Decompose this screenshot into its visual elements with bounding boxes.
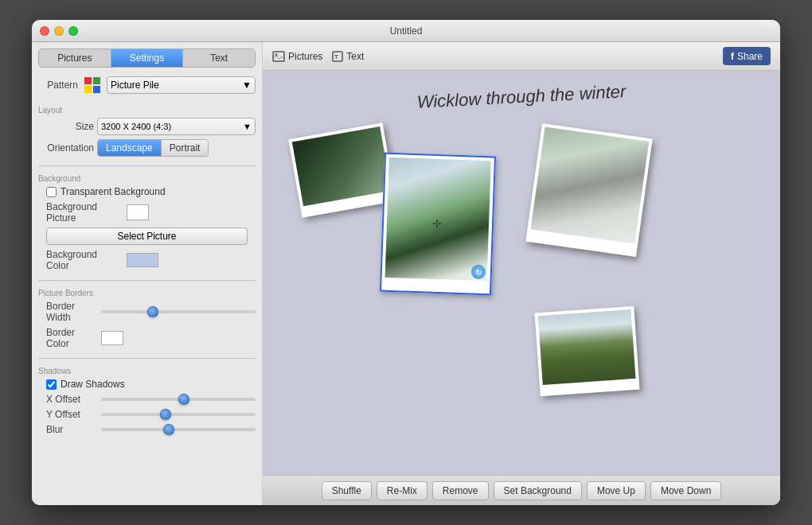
photo-4[interactable] <box>534 306 639 396</box>
bg-picture-swatch[interactable] <box>127 204 149 220</box>
size-select[interactable]: 3200 X 2400 (4:3) ▼ <box>97 118 256 135</box>
border-color-row: Border Color <box>38 327 256 349</box>
photo-1-img <box>292 126 392 206</box>
traffic-lights <box>40 26 78 36</box>
tab-bar: Pictures Settings Text <box>38 49 256 68</box>
picture-borders-header: Picture Borders <box>38 289 256 298</box>
photo-2[interactable]: ↻ ✛ <box>380 153 496 296</box>
orientation-label: Orientation <box>38 142 94 154</box>
x-offset-row: X Offset <box>38 394 256 405</box>
main-window: Untitled Pictures Settings Text Pattern <box>32 20 780 505</box>
shadows-header: Shadows <box>38 367 256 375</box>
remix-button[interactable]: Re-Mix <box>377 481 427 500</box>
bg-color-row: Background Color <box>38 249 256 271</box>
select-picture-button[interactable]: Select Picture <box>46 228 248 245</box>
titlebar: Untitled <box>32 20 780 42</box>
orientation-landscape[interactable]: Landscape <box>98 140 162 156</box>
text-icon: T <box>332 51 343 62</box>
border-color-swatch[interactable] <box>101 331 123 345</box>
blur-track[interactable] <box>101 428 256 431</box>
border-width-label: Border Width <box>46 301 98 323</box>
border-width-track[interactable] <box>101 310 256 313</box>
right-toolbar: Pictures T Text f Share <box>263 42 780 71</box>
minimize-button[interactable] <box>54 26 64 36</box>
svg-text:T: T <box>334 53 338 60</box>
orientation-row: Orientation Landscape Portrait <box>38 139 256 157</box>
transparent-bg-checkbox[interactable] <box>46 187 57 197</box>
border-width-thumb[interactable] <box>147 306 158 317</box>
svg-rect-1 <box>93 77 100 84</box>
border-color-label: Border Color <box>46 327 98 349</box>
y-offset-label: Y Offset <box>46 409 98 420</box>
toolbar-text-btn[interactable]: T Text <box>332 51 364 62</box>
photo-3-img <box>530 127 649 244</box>
blur-thumb[interactable] <box>163 424 174 435</box>
tab-text[interactable]: Text <box>183 49 255 67</box>
canvas-title: Wicklow through the winter <box>263 73 780 121</box>
size-label: Size <box>38 121 94 132</box>
background-header: Background <box>38 174 256 183</box>
toolbar-pictures-btn[interactable]: Pictures <box>272 51 322 62</box>
draw-shadows-label: Draw Shadows <box>61 379 125 390</box>
transparent-bg-label: Transparent Background <box>61 186 166 197</box>
orientation-portrait[interactable]: Portrait <box>162 140 209 156</box>
pattern-select[interactable]: Picture Pile ▼ <box>107 76 256 94</box>
right-panel: Pictures T Text f Share Wicklow throug <box>263 42 780 505</box>
pattern-icon <box>83 76 102 95</box>
move-up-button[interactable]: Move Up <box>587 481 646 500</box>
move-cursor: ✛ <box>432 217 443 230</box>
set-background-button[interactable]: Set Background <box>494 481 582 500</box>
svg-rect-0 <box>84 77 92 84</box>
x-offset-track[interactable] <box>101 398 256 401</box>
move-down-button[interactable]: Move Down <box>650 481 721 500</box>
canvas-area: Wicklow through the winter ↻ ✛ <box>263 71 780 475</box>
close-button[interactable] <box>40 26 49 36</box>
pattern-row: Pattern Picture Pile ▼ <box>38 76 256 95</box>
pictures-icon <box>272 51 285 62</box>
remove-button[interactable]: Remove <box>432 481 489 500</box>
tab-settings[interactable]: Settings <box>111 49 184 67</box>
bottom-toolbar: Shuffle Re-Mix Remove Set Background Mov… <box>263 475 780 505</box>
share-button[interactable]: f Share <box>723 47 771 65</box>
orientation-group: Landscape Portrait <box>97 139 209 157</box>
x-offset-label: X Offset <box>46 394 98 405</box>
photo-1[interactable] <box>288 122 396 217</box>
tab-pictures[interactable]: Pictures <box>39 49 111 67</box>
draw-shadows-row: Draw Shadows <box>38 379 256 390</box>
maximize-button[interactable] <box>68 26 78 36</box>
bg-picture-row: Background Picture <box>38 201 256 224</box>
left-panel: Pictures Settings Text Pattern Picture P… <box>32 42 263 505</box>
x-offset-thumb[interactable] <box>178 394 189 405</box>
layout-header: Layout <box>38 106 256 115</box>
bg-color-swatch[interactable] <box>127 253 158 267</box>
bg-picture-label: Background Picture <box>46 201 122 224</box>
content-area: Pictures Settings Text Pattern Picture P… <box>32 42 780 505</box>
bg-color-label: Background Color <box>46 249 122 271</box>
y-offset-thumb[interactable] <box>160 409 171 420</box>
svg-rect-2 <box>84 86 92 93</box>
svg-rect-3 <box>93 86 100 93</box>
transparent-bg-row: Transparent Background <box>38 186 256 197</box>
shuffle-button[interactable]: Shuffle <box>322 481 372 500</box>
photo-3[interactable] <box>525 123 653 257</box>
window-title: Untitled <box>390 25 423 37</box>
pattern-label: Pattern <box>38 80 78 91</box>
photo-4-img <box>538 309 636 385</box>
y-offset-row: Y Offset <box>38 409 256 420</box>
blur-label: Blur <box>46 424 98 435</box>
border-width-row: Border Width <box>38 301 256 323</box>
size-row: Size 3200 X 2400 (4:3) ▼ <box>38 118 256 135</box>
draw-shadows-checkbox[interactable] <box>46 379 57 390</box>
y-offset-track[interactable] <box>101 413 256 416</box>
svg-rect-4 <box>273 52 284 61</box>
blur-row: Blur <box>38 424 256 435</box>
